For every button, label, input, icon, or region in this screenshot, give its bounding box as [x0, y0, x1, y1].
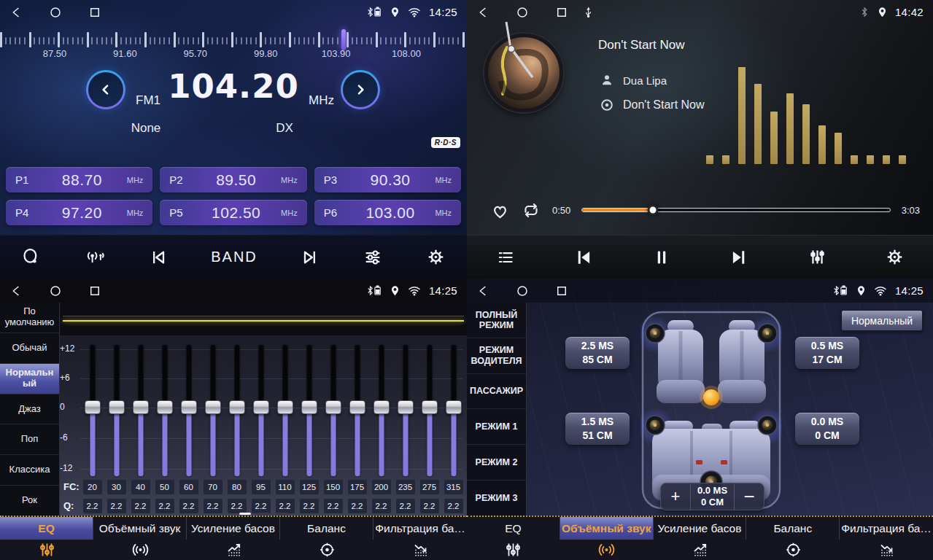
frequency-scale[interactable] — [0, 26, 467, 51]
delay-rear-right[interactable]: 0.0 MS 0 CM — [795, 413, 859, 445]
preset-button-p3[interactable]: P390.30MHz — [314, 167, 461, 192]
eq-slider-handle[interactable] — [301, 400, 317, 414]
next-station-icon[interactable] — [300, 247, 320, 268]
fc-value-16[interactable]: 315 — [444, 480, 463, 494]
seek-up-button[interactable] — [341, 70, 380, 109]
audio-settings-icon[interactable] — [363, 247, 383, 268]
increase-button[interactable]: + — [661, 483, 690, 510]
eq-slider-handle[interactable] — [229, 400, 245, 414]
playlist-icon[interactable] — [495, 248, 516, 267]
delay-front-right[interactable]: 0.5 MS 17 CM — [795, 337, 859, 369]
q-value-8[interactable]: 2.2 — [252, 499, 271, 513]
eq-band-slider-2[interactable] — [104, 343, 128, 482]
seek-down-button[interactable] — [86, 70, 125, 109]
eq-slider-handle[interactable] — [133, 400, 149, 414]
eq-band-slider-12[interactable] — [345, 343, 369, 482]
home-nav-icon[interactable] — [516, 284, 529, 298]
back-nav-icon[interactable] — [9, 284, 23, 298]
q-value-6[interactable]: 2.2 — [204, 499, 222, 513]
progress-thumb[interactable] — [648, 205, 659, 216]
preset-button-p5[interactable]: P5102.50MHz — [160, 200, 306, 225]
home-nav-icon[interactable] — [49, 284, 62, 298]
q-value-4[interactable]: 2.2 — [155, 499, 174, 513]
eq-slider-handle[interactable] — [398, 400, 414, 414]
tab-balance[interactable]: Баланс — [280, 517, 373, 560]
eq-preset-item-0[interactable]: По умолчанию — [0, 303, 59, 332]
eq-slider-handle[interactable] — [422, 400, 438, 414]
home-nav-icon[interactable] — [516, 6, 529, 19]
eq-slider-handle[interactable] — [157, 400, 173, 414]
preset-button-p6[interactable]: P6103.00MHz — [314, 200, 461, 225]
recents-nav-icon[interactable] — [88, 6, 101, 19]
eq-band-slider-14[interactable] — [393, 343, 417, 482]
q-value-12[interactable]: 2.2 — [348, 499, 367, 513]
q-value-10[interactable]: 2.2 — [300, 499, 319, 513]
progress-track[interactable] — [581, 208, 890, 212]
eq-preset-item-4[interactable]: Поп — [0, 424, 59, 454]
q-value-1[interactable]: 2.2 — [83, 499, 102, 513]
tab-filter[interactable]: Фильтрация ба… — [840, 517, 933, 560]
tab-surround[interactable]: Объёмный звук — [560, 517, 654, 560]
delay-rear-left[interactable]: 1.5 MS 51 CM — [565, 413, 630, 445]
fc-value-8[interactable]: 95 — [252, 480, 271, 494]
album-art[interactable] — [484, 34, 563, 112]
eq-slider-handle[interactable] — [109, 400, 125, 414]
q-value-7[interactable]: 2.2 — [228, 499, 247, 513]
eq-band-slider-3[interactable] — [128, 343, 152, 482]
fc-value-2[interactable]: 30 — [107, 480, 126, 494]
fc-value-15[interactable]: 275 — [420, 480, 439, 494]
fc-value-7[interactable]: 80 — [228, 480, 247, 494]
tab-balance[interactable]: Баланс — [746, 517, 840, 560]
eq-preset-item-1[interactable]: Обычай — [0, 332, 59, 363]
fc-value-1[interactable]: 20 — [83, 480, 102, 494]
q-value-11[interactable]: 2.2 — [324, 499, 343, 513]
mode-item-2[interactable]: ПАССАЖИР — [467, 373, 526, 409]
tab-surround[interactable]: Объёмный звук — [93, 517, 187, 560]
tab-bass-boost[interactable]: Усиление басов — [187, 517, 280, 560]
eq-band-slider-16[interactable] — [441, 343, 465, 482]
decrease-button[interactable]: − — [735, 483, 764, 510]
back-nav-icon[interactable] — [476, 6, 489, 19]
scan-icon[interactable] — [21, 247, 41, 267]
eq-preset-item-2[interactable]: Нормальный — [0, 363, 59, 394]
tab-filter[interactable]: Фильтрация ба… — [373, 517, 467, 560]
eq-band-slider-6[interactable] — [201, 343, 225, 482]
eq-band-slider-5[interactable] — [177, 343, 201, 482]
q-value-15[interactable]: 2.2 — [420, 499, 439, 513]
q-value-14[interactable]: 2.2 — [396, 499, 415, 513]
q-value-13[interactable]: 2.2 — [372, 499, 391, 513]
eq-band-slider-4[interactable] — [152, 343, 177, 482]
eq-slider-handle[interactable] — [373, 400, 390, 414]
prev-station-icon[interactable] — [148, 247, 169, 268]
q-value-2[interactable]: 2.2 — [107, 499, 126, 513]
eq-slider-handle[interactable] — [253, 400, 269, 414]
fc-value-13[interactable]: 200 — [372, 480, 391, 494]
back-nav-icon[interactable] — [9, 6, 23, 19]
eq-band-slider-11[interactable] — [321, 343, 345, 482]
recents-nav-icon[interactable] — [555, 284, 568, 298]
back-nav-icon[interactable] — [476, 284, 489, 298]
eq-band-slider-9[interactable] — [273, 343, 297, 482]
eq-band-slider-15[interactable] — [417, 343, 441, 482]
eq-slider-handle[interactable] — [325, 400, 341, 414]
eq-slider-handle[interactable] — [85, 400, 101, 414]
eq-slider-handle[interactable] — [205, 400, 221, 414]
fc-value-9[interactable]: 110 — [276, 480, 295, 494]
preset-button-p2[interactable]: P289.50MHz — [160, 167, 306, 192]
settings-gear-icon[interactable] — [426, 247, 446, 267]
q-value-3[interactable]: 2.2 — [131, 499, 150, 513]
eq-preset-item-5[interactable]: Классика — [0, 454, 59, 485]
preset-button-p4[interactable]: P497.20MHz — [6, 200, 152, 225]
recents-nav-icon[interactable] — [555, 6, 568, 19]
broadcast-icon[interactable] — [84, 247, 106, 267]
eq-slider-handle[interactable] — [446, 400, 462, 414]
fc-value-11[interactable]: 150 — [324, 480, 343, 494]
settings-gear-icon[interactable] — [885, 247, 905, 267]
pause-icon[interactable] — [651, 246, 672, 268]
tab-eq-sliders[interactable]: EQ — [0, 517, 93, 560]
mode-item-5[interactable]: РЕЖИМ 3 — [467, 480, 526, 516]
previous-track-icon[interactable] — [573, 246, 595, 268]
mixer-icon[interactable] — [807, 246, 828, 268]
eq-band-slider-8[interactable] — [249, 343, 273, 482]
fc-value-6[interactable]: 70 — [204, 480, 222, 494]
